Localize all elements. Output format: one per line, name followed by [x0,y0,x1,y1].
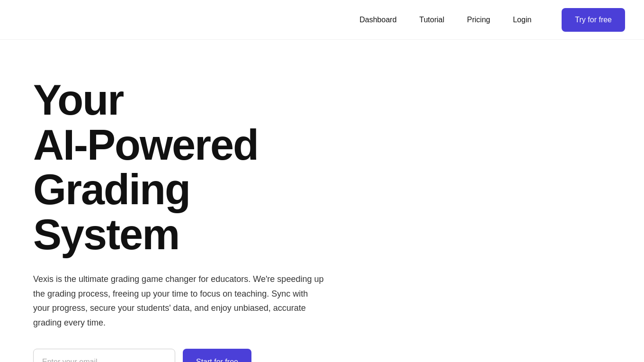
nav-pricing[interactable]: Pricing [467,16,490,24]
main-nav: Dashboard Tutorial Pricing Login Try for… [359,8,625,32]
start-free-button[interactable]: Start for free [183,349,251,362]
nav-tutorial[interactable]: Tutorial [420,16,445,24]
nav-dashboard[interactable]: Dashboard [359,16,396,24]
nav-login[interactable]: Login [513,16,531,24]
cta-row: Start for free [33,349,327,362]
try-free-button[interactable]: Try for free [562,8,625,32]
hero-section: Your AI-Powered Grading System Vexis is … [0,40,360,362]
hero-title-line2: AI-Powered [33,121,258,169]
site-header: Dashboard Tutorial Pricing Login Try for… [0,0,644,40]
email-input[interactable] [33,349,175,362]
hero-description: Vexis is the ultimate grading game chang… [33,272,327,330]
hero-title-line3: Grading System [33,166,190,258]
hero-title: Your AI-Powered Grading System [33,78,327,257]
hero-title-line1: Your [33,76,123,124]
